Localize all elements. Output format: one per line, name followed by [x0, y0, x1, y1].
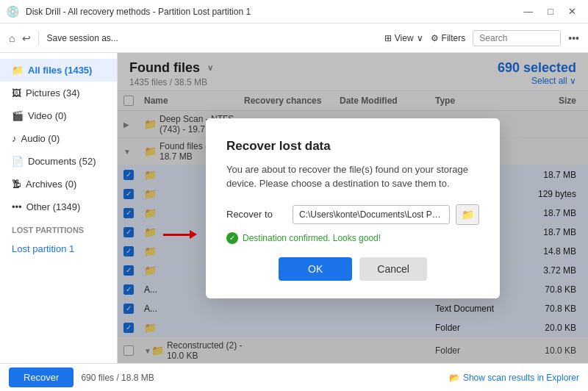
titlebar-title: Disk Drill - All recovery methods - Part… — [26, 7, 251, 17]
view-chevron-icon: ∨ — [417, 33, 423, 43]
titlebar-left: 💿 Disk Drill - All recovery methods - Pa… — [6, 5, 251, 18]
close-btn[interactable]: ✕ — [562, 6, 582, 17]
sidebar-item-audio[interactable]: ♪ Audio (0) — [0, 127, 117, 150]
modal-title: Recover lost data — [226, 139, 479, 154]
recover-info: 690 files / 18.8 MB — [81, 373, 154, 383]
sidebar-item-video[interactable]: 🎬 Video (0) — [0, 104, 117, 127]
recover-modal: Recover lost data You are about to recov… — [206, 118, 500, 298]
main-layout: 📁 All files (1435) 🖼 Pictures (34) 🎬 Vid… — [0, 53, 588, 363]
video-icon: 🎬 — [12, 110, 24, 121]
cancel-button[interactable]: Cancel — [359, 257, 427, 281]
toolbar: ⌂ ↩ Save session as... ⊞ View ∨ ⚙ Filter… — [0, 24, 588, 53]
save-session-button[interactable]: Save session as... — [46, 33, 118, 43]
maximize-btn[interactable]: □ — [542, 6, 559, 17]
sidebar-item-pictures[interactable]: 🖼 Pictures (34) — [0, 82, 117, 104]
show-scan-button[interactable]: 📂 Show scan results in Explorer — [449, 373, 579, 383]
search-input[interactable] — [473, 30, 561, 46]
arrow-indicator — [163, 230, 197, 239]
confirm-check-icon: ✓ — [226, 232, 238, 244]
titlebar: 💿 Disk Drill - All recovery methods - Pa… — [0, 0, 588, 24]
titlebar-controls[interactable]: — □ ✕ — [517, 6, 582, 17]
lost-partitions-section: Lost partitions — [0, 218, 117, 237]
recover-button[interactable]: Recover — [9, 367, 74, 387]
arrow-line — [163, 234, 190, 236]
recover-to-input[interactable] — [293, 205, 450, 224]
documents-icon: 📄 — [12, 156, 24, 167]
archives-icon: 🗜 — [12, 179, 21, 190]
recover-to-row: Recover to 📁 — [226, 204, 479, 225]
sidebar-item-archives[interactable]: 🗜 Archives (0) — [0, 173, 117, 196]
confirmation-message: ✓ Destination confirmed. Looks good! — [226, 232, 479, 244]
toolbar-separator — [38, 31, 39, 46]
bottom-bar: Recover 690 files / 18.8 MB 📂 Show scan … — [0, 363, 588, 391]
audio-icon: ♪ — [12, 133, 17, 144]
sidebar-item-lost-partition[interactable]: Lost partition 1 — [0, 237, 117, 260]
recover-to-label: Recover to — [226, 209, 287, 220]
view-button[interactable]: ⊞ View ∨ — [384, 33, 423, 43]
disk-drill-icon: 💿 — [6, 5, 20, 18]
recover-section: Recover 690 files / 18.8 MB — [9, 367, 154, 387]
modal-buttons: OK Cancel — [226, 257, 479, 281]
content-area: Found files ∨ 1435 files / 38.5 MB 690 s… — [118, 53, 588, 363]
toolbar-right: ⊞ View ∨ ⚙ Filters ••• — [384, 30, 579, 46]
more-options-icon[interactable]: ••• — [568, 32, 579, 44]
view-icon: ⊞ — [384, 33, 392, 43]
home-icon[interactable]: ⌂ — [9, 32, 15, 44]
browse-folder-button[interactable]: 📁 — [456, 204, 479, 225]
sidebar: 📁 All files (1435) 🖼 Pictures (34) 🎬 Vid… — [0, 53, 118, 363]
sidebar-item-documents[interactable]: 📄 Documents (52) — [0, 150, 117, 173]
pictures-icon: 🖼 — [12, 87, 21, 98]
modal-overlay: Recover lost data You are about to recov… — [118, 53, 588, 363]
ok-button[interactable]: OK — [279, 257, 352, 281]
back-icon[interactable]: ↩ — [22, 32, 31, 44]
other-icon: ••• — [12, 201, 22, 212]
sidebar-item-other[interactable]: ••• Other (1349) — [0, 196, 117, 218]
filters-button[interactable]: ⚙ Filters — [431, 33, 466, 43]
filter-icon: ⚙ — [431, 33, 439, 43]
all-files-icon: 📁 — [12, 65, 24, 76]
explorer-icon: 📂 — [449, 373, 460, 383]
arrow-head-icon — [190, 230, 197, 239]
sidebar-item-all-files[interactable]: 📁 All files (1435) — [0, 59, 117, 82]
modal-description: You are about to recover the file(s) fou… — [226, 162, 479, 191]
minimize-btn[interactable]: — — [517, 6, 539, 17]
